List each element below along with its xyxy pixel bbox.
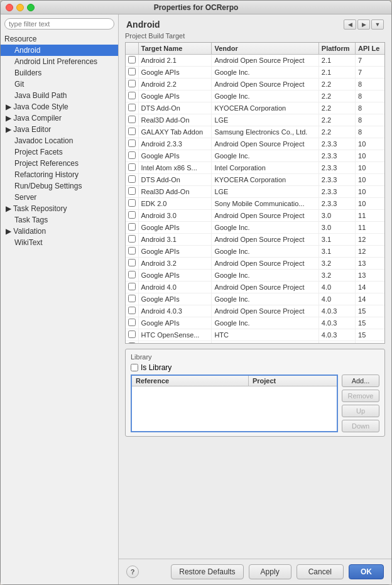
sidebar-item-task-tags[interactable]: Task Tags <box>1 214 118 226</box>
sidebar-item-task-repository[interactable]: ▶ Task Repository <box>1 203 118 214</box>
close-button[interactable] <box>6 4 13 11</box>
ok-button[interactable]: OK <box>349 564 384 579</box>
row-target-name: Android 3.2 <box>138 258 212 270</box>
table-row[interactable]: HTC OpenSense...HTC4.0.315 <box>126 329 384 341</box>
filter-input[interactable] <box>4 18 114 30</box>
table-row[interactable]: Android 4.0Android Open Source Project4.… <box>126 282 384 293</box>
table-row[interactable]: DTS Add-OnKYOCERA Corporation2.3.310 <box>126 174 384 186</box>
panel-menu-button[interactable]: ▼ <box>371 19 384 30</box>
table-row[interactable]: Google APIsGoogle Inc.3.112 <box>126 246 384 258</box>
table-row[interactable]: Google APIsGoogle Inc.2.17 <box>126 67 384 79</box>
sidebar-item-validation[interactable]: ▶ Validation <box>1 226 118 237</box>
row-vendor: Android Open Source Project <box>212 258 318 270</box>
sidebar-item-java-code-style[interactable]: ▶ Java Code Style <box>1 101 118 112</box>
row-checkbox-22[interactable] <box>128 319 136 326</box>
table-row[interactable]: Google APIsGoogle Inc.3.213 <box>126 270 384 282</box>
is-library-checkbox[interactable] <box>131 364 138 371</box>
sidebar-item-run-debug-settings[interactable]: Run/Debug Settings <box>1 180 118 192</box>
table-row[interactable]: DTS Add-OnKYOCERA Corporation2.28 <box>126 102 384 114</box>
build-target-table-container[interactable]: Target Name Vendor Platform API Le Andro… <box>125 42 385 344</box>
table-row[interactable]: Google APIsGoogle Inc.4.0.315 <box>126 317 384 329</box>
row-checkbox-23[interactable] <box>128 331 136 338</box>
sidebar-item-project-facets[interactable]: Project Facets <box>1 146 118 158</box>
table-row[interactable]: Android 3.2Android Open Source Project3.… <box>126 258 384 270</box>
row-target-name: Android 4.0.3 <box>138 305 212 317</box>
sidebar-item-git[interactable]: Git <box>1 79 118 90</box>
row-checkbox-9[interactable] <box>128 163 136 171</box>
row-checkbox-24[interactable] <box>128 342 136 344</box>
table-row[interactable]: Intel Atom x86 S...Intel Corporation2.3.… <box>126 162 384 174</box>
row-checkbox-15[interactable] <box>128 235 136 243</box>
apply-button[interactable]: Apply <box>249 564 291 579</box>
row-checkbox-20[interactable] <box>128 295 136 302</box>
table-row[interactable]: GALAXY Tab AddonSamsung Electronics Co.,… <box>126 126 384 138</box>
row-checkbox-11[interactable] <box>128 187 136 195</box>
table-row[interactable]: Real3D Add-OnLGE2.3.310 <box>126 186 384 198</box>
row-checkbox-0[interactable] <box>128 56 136 63</box>
table-row[interactable]: Google APIsGoogle Inc.2.28 <box>126 90 384 102</box>
col-api: API Le <box>356 43 384 55</box>
row-checkbox-18[interactable] <box>128 271 136 278</box>
main-content: ResourceAndroidAndroid Lint PreferencesB… <box>1 14 391 584</box>
sidebar-item-resource[interactable]: Resource <box>1 33 118 45</box>
table-row[interactable]: Android 2.2Android Open Source Project2.… <box>126 79 384 90</box>
sidebar-item-java-compiler[interactable]: ▶ Java Compiler <box>1 112 118 124</box>
build-target-table: Target Name Vendor Platform API Le Andro… <box>126 43 384 344</box>
maximize-button[interactable] <box>27 4 35 11</box>
sidebar-item-wikitext[interactable]: WikiText <box>1 237 118 248</box>
library-table[interactable]: Reference Project <box>131 375 338 432</box>
row-checkbox-17[interactable] <box>128 259 136 266</box>
table-row[interactable]: Android 4.0.3Android Open Source Project… <box>126 305 384 317</box>
table-row[interactable]: EDK 2.0Sony Mobile Communicatio...2.3.31… <box>126 198 384 210</box>
row-checkbox-14[interactable] <box>128 223 136 231</box>
row-checkbox-4[interactable] <box>128 104 136 111</box>
cancel-button[interactable]: Cancel <box>297 564 344 579</box>
table-row[interactable]: Android 3.0Android Open Source Project3.… <box>126 210 384 222</box>
table-row[interactable]: Google APIsGoogle Inc.3.011 <box>126 222 384 234</box>
row-checkbox-19[interactable] <box>128 283 136 290</box>
sidebar-item-javadoc-location[interactable]: Javadoc Location <box>1 135 118 146</box>
up-button[interactable]: Up <box>342 405 379 417</box>
table-row[interactable]: Android 3.1Android Open Source Project3.… <box>126 234 384 246</box>
panel-body: Project Build Target Target Name Vendor … <box>119 32 391 559</box>
remove-button[interactable]: Remove <box>342 390 379 402</box>
panel-forward-button[interactable]: ▶ <box>357 19 370 30</box>
down-button[interactable]: Down <box>342 420 379 432</box>
sidebar-item-builders[interactable]: Builders <box>1 67 118 79</box>
row-checkbox-10[interactable] <box>128 175 136 183</box>
row-checkbox-8[interactable] <box>128 151 136 159</box>
row-checkbox-2[interactable] <box>128 80 136 87</box>
row-checkbox-5[interactable] <box>128 116 136 123</box>
row-checkbox-6[interactable] <box>128 128 136 135</box>
row-checkbox-12[interactable] <box>128 199 136 207</box>
table-row[interactable]: Android 2.3.3Android Open Source Project… <box>126 138 384 150</box>
add-button[interactable]: Add... <box>342 375 379 387</box>
row-target-name: Android 2.3.3 <box>138 138 212 150</box>
table-row[interactable]: Google APIsGoogle Inc.4.014 <box>126 293 384 305</box>
table-row[interactable]: Real3D Add-OnLGE2.28 <box>126 114 384 126</box>
row-checkbox-21[interactable] <box>128 307 136 314</box>
table-row[interactable]: Android 4.1.2Android Open Source Project… <box>126 341 384 344</box>
sidebar-item-server[interactable]: Server <box>1 192 118 203</box>
sidebar-item-java-editor[interactable]: ▶ Java Editor <box>1 124 118 135</box>
sidebar-item-java-build-path[interactable]: Java Build Path <box>1 90 118 101</box>
row-checkbox-1[interactable] <box>128 68 136 75</box>
lib-inner-table: Reference Project <box>132 376 337 386</box>
table-row[interactable]: Android 2.1Android Open Source Project2.… <box>126 55 384 67</box>
sidebar-item-project-references[interactable]: Project References <box>1 158 118 169</box>
table-row[interactable]: Google APIsGoogle Inc.2.3.310 <box>126 150 384 162</box>
row-checkbox-13[interactable] <box>128 211 136 219</box>
help-button[interactable]: ? <box>126 566 139 578</box>
restore-defaults-button[interactable]: Restore Defaults <box>171 564 243 579</box>
row-checkbox-3[interactable] <box>128 92 136 99</box>
minimize-button[interactable] <box>16 4 24 11</box>
sidebar-item-android-lint[interactable]: Android Lint Preferences <box>1 56 118 67</box>
sidebar-item-android[interactable]: Android <box>1 45 118 56</box>
row-checkbox-16[interactable] <box>128 247 136 254</box>
col-platform: Platform <box>318 43 355 55</box>
row-checkbox-7[interactable] <box>128 139 136 147</box>
panel-back-button[interactable]: ◀ <box>344 19 356 30</box>
library-table-area: Reference Project Add... Remove Up <box>131 375 379 432</box>
row-api: 14 <box>356 282 384 293</box>
sidebar-item-refactoring-history[interactable]: Refactoring History <box>1 169 118 180</box>
